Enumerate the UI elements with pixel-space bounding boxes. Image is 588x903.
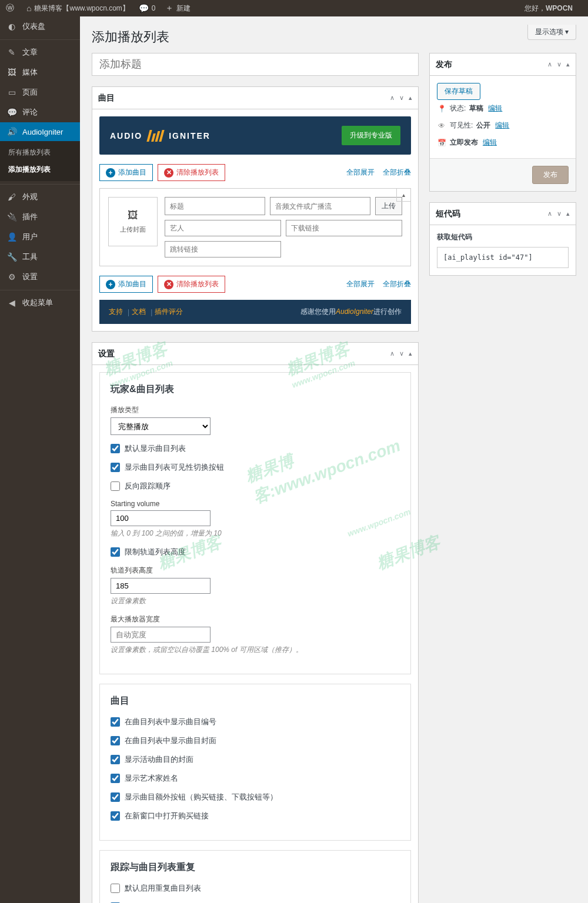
- comment-icon: 💬: [6, 108, 18, 117]
- image-icon: 🖼: [128, 209, 138, 222]
- publish-button[interactable]: 发布: [532, 166, 569, 184]
- submenu-add-playlist[interactable]: 添加播放列表: [0, 161, 80, 178]
- track-jump-input[interactable]: [165, 241, 281, 257]
- brush-icon: 🖌: [6, 192, 18, 202]
- cb-s2-1[interactable]: [111, 717, 120, 727]
- status-edit-link[interactable]: 编辑: [488, 103, 502, 113]
- move-down-icon[interactable]: ∨: [399, 350, 404, 357]
- toggle-icon[interactable]: ▴: [566, 61, 570, 68]
- cb-s2-3[interactable]: [111, 755, 120, 764]
- sidebar-item-dashboard[interactable]: ◐仪表盘: [0, 16, 80, 36]
- move-up-icon[interactable]: ∧: [390, 350, 395, 357]
- publish-postbox: 发布 ∧∨▴ 保存草稿 📍状态: 草稿 编辑 👁可见性: 公开 编辑 📅立即发布…: [429, 53, 576, 192]
- comments-count[interactable]: 💬0: [139, 4, 156, 13]
- track-file-input[interactable]: [270, 197, 370, 215]
- gear-icon: ⚙: [6, 272, 18, 282]
- sidebar-item-collapse[interactable]: ◀收起菜单: [0, 293, 80, 313]
- height-input[interactable]: [111, 578, 211, 594]
- sidebar-item-appearance[interactable]: 🖌外观: [0, 187, 80, 207]
- sidebar-item-media[interactable]: 🖼媒体: [0, 62, 80, 82]
- move-down-icon[interactable]: ∨: [399, 94, 404, 102]
- sidebar-item-comments[interactable]: 💬评论: [0, 102, 80, 122]
- sidebar-item-pages[interactable]: ▭页面: [0, 82, 80, 102]
- track-title-input[interactable]: [165, 197, 265, 215]
- cb-reverse[interactable]: [111, 481, 120, 491]
- add-track-button-2[interactable]: +添加曲目: [99, 276, 153, 293]
- site-name[interactable]: ⌂糖果博客【www.wpocn.com】: [26, 4, 129, 14]
- x-icon: ✕: [164, 280, 173, 289]
- tracks-heading: 曲目: [98, 93, 115, 103]
- add-track-button[interactable]: +添加曲目: [99, 164, 153, 181]
- track-download-input[interactable]: [286, 220, 402, 236]
- visibility-edit-link[interactable]: 编辑: [495, 121, 509, 131]
- get-shortcode-label: 获取短代码: [437, 232, 569, 242]
- upgrade-button[interactable]: 升级到专业版: [342, 126, 400, 145]
- cb-s2-2[interactable]: [111, 736, 120, 745]
- wrench-icon: 🔧: [6, 252, 18, 262]
- schedule-edit-link[interactable]: 编辑: [483, 138, 497, 148]
- expand-all-link-2[interactable]: 全部展开: [346, 279, 375, 289]
- footer-review-link[interactable]: 插件评分: [155, 307, 183, 317]
- clear-playlist-button-2[interactable]: ✕清除播放列表: [158, 276, 225, 293]
- volume-input[interactable]: [111, 510, 211, 526]
- submenu-all-playlists[interactable]: 所有播放列表: [0, 144, 80, 161]
- section-repeat-heading: 跟踪与曲目列表重复: [111, 861, 400, 874]
- clear-playlist-button[interactable]: ✕清除播放列表: [158, 164, 225, 181]
- cb-default-show[interactable]: [111, 444, 120, 453]
- move-up-icon[interactable]: ∧: [547, 61, 552, 68]
- volume-label: Starting volume: [111, 500, 400, 508]
- media-icon: 🖼: [6, 68, 18, 77]
- maxw-input[interactable]: [111, 627, 211, 643]
- tracks-postbox: 曲目 ∧∨▴ AUDIO IGNITER 升级到专业版 +添加曲目: [92, 86, 419, 332]
- track-artist-input[interactable]: [165, 220, 281, 236]
- toggle-icon[interactable]: ▴: [409, 94, 412, 102]
- volume-hint: 输入 0 到 100 之间的值，增量为 10: [111, 529, 400, 539]
- screen-options-toggle[interactable]: 显示选项 ▾: [527, 25, 576, 40]
- toggle-icon[interactable]: ▴: [409, 350, 412, 357]
- audioigniter-logo: AUDIO IGNITER: [110, 130, 211, 142]
- move-up-icon[interactable]: ∧: [547, 210, 552, 218]
- sidebar-item-users[interactable]: 👤用户: [0, 227, 80, 247]
- track-collapse-icon[interactable]: ▴: [396, 189, 410, 202]
- upload-cover-button[interactable]: 🖼 上传封面: [108, 197, 158, 246]
- save-draft-button[interactable]: 保存草稿: [437, 83, 480, 100]
- expand-all-link[interactable]: 全部展开: [346, 168, 375, 178]
- move-up-icon[interactable]: ∧: [390, 94, 395, 102]
- footer-thanks: 感谢您使用AudioIgniter进行创作: [300, 307, 402, 317]
- collapse-all-link-2[interactable]: 全部折叠: [383, 279, 411, 289]
- cb-s3-1[interactable]: [111, 884, 120, 893]
- user-greeting[interactable]: 您好，WPOCN: [524, 4, 573, 14]
- wp-logo[interactable]: ⓦ: [6, 3, 17, 14]
- height-hint: 设置像素数: [111, 596, 400, 606]
- cb-show-toggle[interactable]: [111, 463, 120, 472]
- play-type-select[interactable]: 完整播放: [111, 417, 211, 435]
- cb-s2-5[interactable]: [111, 792, 120, 802]
- footer-docs-link[interactable]: 文档: [132, 307, 146, 317]
- section-tracks-heading: 曲目: [111, 695, 400, 707]
- cb-s2-6[interactable]: [111, 811, 120, 821]
- publish-heading: 发布: [436, 59, 452, 70]
- new-content[interactable]: ＋新建: [165, 3, 191, 14]
- collapse-all-link[interactable]: 全部折叠: [383, 168, 411, 178]
- sidebar-item-plugins[interactable]: 🔌插件: [0, 207, 80, 227]
- track-item: ▴ 🖼 上传封面 上传: [99, 188, 411, 266]
- sidebar-item-posts[interactable]: ✎文章: [0, 42, 80, 62]
- sidebar-item-audioigniter[interactable]: 🔊AudioIgniter: [0, 122, 80, 141]
- x-icon: ✕: [164, 168, 173, 178]
- sidebar-item-tools[interactable]: 🔧工具: [0, 247, 80, 267]
- move-down-icon[interactable]: ∨: [557, 61, 562, 68]
- eye-icon: 👁: [437, 122, 446, 130]
- user-icon: 👤: [6, 232, 18, 242]
- shortcode-value[interactable]: [ai_playlist id="47"]: [437, 247, 569, 268]
- cb-limit-height[interactable]: [111, 547, 120, 557]
- calendar-icon: 📅: [437, 139, 446, 147]
- settings-heading: 设置: [98, 349, 115, 359]
- sidebar-item-settings[interactable]: ⚙设置: [0, 267, 80, 287]
- toggle-icon[interactable]: ▴: [566, 210, 570, 218]
- height-label: 轨道列表高度: [111, 566, 400, 576]
- post-title-input[interactable]: [92, 53, 419, 76]
- move-down-icon[interactable]: ∨: [557, 210, 562, 218]
- footer-support-link[interactable]: 支持: [109, 307, 123, 317]
- cb-s2-4[interactable]: [111, 774, 120, 783]
- pin-icon: ✎: [6, 48, 18, 57]
